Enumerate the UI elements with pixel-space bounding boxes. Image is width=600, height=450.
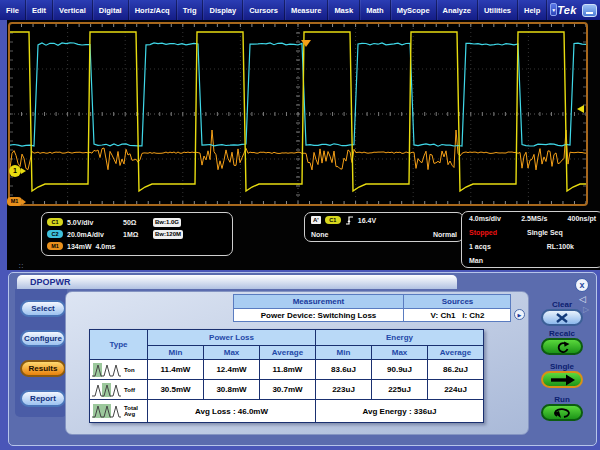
- waveform-display: [10, 24, 586, 204]
- sources-value: V: Ch1 I: Ch2: [404, 308, 511, 321]
- acquisition-mode: Single Seq: [527, 229, 563, 236]
- minimize-button[interactable]: [582, 4, 597, 17]
- type-column-header: Type: [90, 330, 148, 360]
- total-row: Total Avg Avg Loss : 46.0mW Avg Energy :…: [90, 400, 484, 423]
- menu-horiz-acq[interactable]: Horiz/Acq: [129, 0, 177, 20]
- measurement-next-button[interactable]: ▶: [514, 309, 525, 320]
- recalc-button[interactable]: [541, 338, 583, 355]
- toff-power-min: 30.5mW: [148, 380, 204, 400]
- acquisition-status: Stopped: [469, 229, 527, 236]
- report-button[interactable]: Report: [20, 390, 66, 407]
- ch2-current-trace: [10, 43, 586, 146]
- ch1-bandwidth: Bw:1.0G: [153, 218, 181, 227]
- menu-digital[interactable]: Digital: [93, 0, 129, 20]
- ch1-readout[interactable]: C1 5.0V/div 50Ω Bw:1.0G: [47, 217, 227, 227]
- ton-power-max: 12.4mW: [204, 360, 260, 380]
- scope-screen: 1 M1 C1 5.0V/div 50Ω Bw:1.0G C2 20.0mA/d…: [7, 20, 600, 270]
- trigger-holdoff: None: [311, 231, 329, 238]
- math1-badge: M1: [47, 242, 63, 250]
- math1-timebase: 4.0ms: [96, 243, 116, 250]
- panel-close-button[interactable]: x: [575, 278, 589, 292]
- menu-display[interactable]: Display: [203, 0, 243, 20]
- ch1-voltage-trace: [10, 32, 586, 191]
- menu-cursors[interactable]: Cursors: [243, 0, 285, 20]
- rising-edge-slope-icon: [345, 216, 354, 225]
- trigger-readout-box[interactable]: A' C1 16.4V None Normal: [304, 212, 464, 242]
- menu-myscope[interactable]: MyScope: [391, 0, 437, 20]
- math1-reference-marker[interactable]: M1: [7, 197, 22, 206]
- panel-drag-grip[interactable]: ∷: [19, 264, 27, 272]
- ch1-reference-marker[interactable]: 1: [9, 165, 21, 177]
- ch2-badge: C2: [47, 230, 63, 238]
- sample-rate: 2.5MS/s: [521, 215, 547, 222]
- menu-file[interactable]: File: [0, 0, 26, 20]
- ton-energy-min: 83.6uJ: [316, 360, 372, 380]
- window-controls: Tek x: [557, 0, 600, 20]
- select-button[interactable]: Select: [20, 300, 66, 317]
- trigger-source-badge: C1: [325, 216, 341, 224]
- ch2-scale: 20.0mA/div: [67, 231, 119, 238]
- horizontal-scale: 4.0ms/div: [469, 215, 501, 222]
- toff-label: Toff: [124, 387, 142, 393]
- configure-button[interactable]: Configure: [20, 330, 66, 347]
- energy-max-header: Max: [372, 346, 428, 360]
- record-length: RL:100k: [547, 243, 574, 250]
- energy-min-header: Min: [316, 346, 372, 360]
- recalc-label: Recalc: [533, 329, 591, 338]
- measurement-column-header: Measurement: [234, 295, 404, 308]
- toff-row: Toff 30.5mW 30.8mW 30.7mW 223uJ 225uJ 22…: [90, 380, 484, 400]
- ch1-termination: 50Ω: [123, 219, 149, 226]
- graticule-grid: [10, 24, 586, 204]
- toff-waveform-icon: [92, 383, 122, 397]
- sources-column-header: Sources: [404, 295, 511, 308]
- results-button[interactable]: Results: [20, 360, 66, 377]
- menu-edit[interactable]: Edit: [26, 0, 53, 20]
- horizontal-readout-box[interactable]: 4.0ms/div 2.5MS/s 400ns/pt Stopped Singl…: [461, 211, 600, 268]
- math1-readout[interactable]: M1 134mW 4.0ms: [47, 241, 227, 251]
- tek-logo: Tek: [557, 4, 576, 16]
- menu-analyze[interactable]: Analyze: [437, 0, 478, 20]
- math1-scale: 134mW: [67, 243, 92, 250]
- trigger-mode: Normal: [433, 231, 457, 238]
- dpopwr-panel: ∷ DPOPWR Select Configure Results Report…: [8, 272, 597, 446]
- total-avg-label: Total Avg: [124, 405, 142, 417]
- clear-button[interactable]: [541, 309, 583, 326]
- run-loop-icon: [551, 407, 573, 419]
- trigger-system-label: A': [311, 216, 321, 224]
- menu-mask[interactable]: Mask: [328, 0, 360, 20]
- recalc-refresh-icon: [555, 341, 570, 353]
- clear-x-icon: [552, 313, 572, 323]
- toff-power-max: 30.8mW: [204, 380, 260, 400]
- ton-power-average: 11.8mW: [260, 360, 316, 380]
- oscilloscope-application: { "menu": { "items": ["File","Edit","Ver…: [0, 0, 600, 450]
- clear-label: Clear: [533, 300, 591, 309]
- menu-utilities[interactable]: Utilities: [478, 0, 518, 20]
- trigger-level-arrow-icon[interactable]: [577, 105, 584, 113]
- energy-group-header: Energy: [316, 330, 484, 346]
- trigger-position-marker-icon[interactable]: [301, 40, 311, 47]
- trigger-level-value: 16.4V: [358, 217, 376, 224]
- power-min-header: Min: [148, 346, 204, 360]
- acquisition-count: 1 acqs: [469, 243, 491, 250]
- switching-loss-results-table: Type Power Loss Energy Min Max Average M…: [89, 329, 484, 423]
- menu-math[interactable]: Math: [360, 0, 391, 20]
- ton-row: Ton 11.4mW 12.4mW 11.8mW 83.6uJ 90.9uJ 8…: [90, 360, 484, 380]
- menu-measure[interactable]: Measure: [285, 0, 328, 20]
- menu-overflow-button[interactable]: ▼: [550, 3, 557, 16]
- menu-help[interactable]: Help: [518, 0, 547, 20]
- energy-average-header: Average: [428, 346, 484, 360]
- single-button[interactable]: [541, 371, 583, 388]
- avg-energy-value: Avg Energy : 336uJ: [316, 400, 484, 423]
- ch2-bandwidth: Bw:120M: [153, 230, 183, 239]
- menu-trig[interactable]: Trig: [177, 0, 204, 20]
- ch2-readout[interactable]: C2 20.0mA/div 1MΩ Bw:120M: [47, 229, 227, 239]
- toff-energy-average: 224uJ: [428, 380, 484, 400]
- menu-vertical[interactable]: Vertical: [53, 0, 93, 20]
- run-label: Run: [533, 395, 591, 404]
- resolution: 400ns/pt: [568, 215, 596, 222]
- toff-energy-max: 225uJ: [372, 380, 428, 400]
- single-label: Single: [533, 362, 591, 371]
- run-button[interactable]: [541, 404, 583, 421]
- ton-label: Ton: [124, 367, 142, 373]
- menu-bar: File Edit Vertical Digital Horiz/Acq Tri…: [0, 0, 600, 20]
